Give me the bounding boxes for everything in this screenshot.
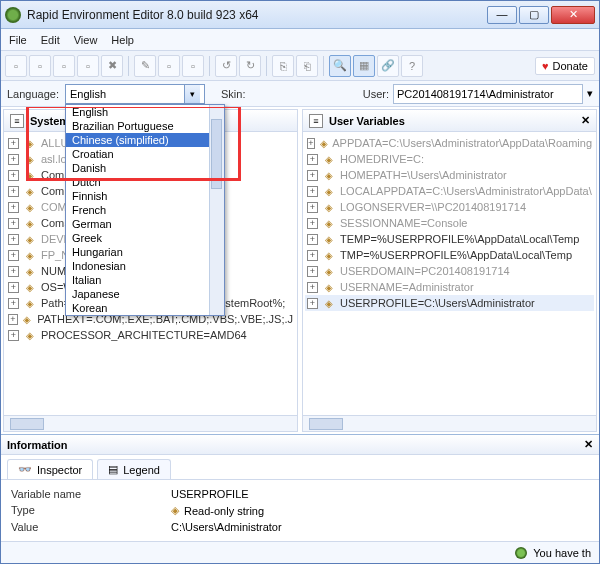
expand-icon[interactable]: +	[8, 186, 19, 197]
expand-icon[interactable]: +	[8, 218, 19, 229]
expand-icon[interactable]: +	[8, 314, 18, 325]
language-option[interactable]: Korean	[66, 301, 224, 315]
tb-10[interactable]: ↻	[239, 55, 261, 77]
user-field[interactable]	[393, 84, 583, 104]
language-option[interactable]: Indonesian	[66, 259, 224, 273]
expand-icon[interactable]: +	[8, 266, 19, 277]
expand-icon[interactable]: +	[307, 138, 315, 149]
tree-node[interactable]: +◈APPDATA=C:\Users\Administrator\AppData…	[305, 135, 594, 151]
expand-icon[interactable]: +	[307, 282, 318, 293]
glasses-icon: 👓	[18, 463, 32, 476]
language-option[interactable]: Hungarian	[66, 245, 224, 259]
language-option[interactable]: Finnish	[66, 189, 224, 203]
language-option[interactable]: German	[66, 217, 224, 231]
expand-icon[interactable]: +	[307, 234, 318, 245]
tb-13[interactable]: 🔍	[329, 55, 351, 77]
tb-9[interactable]: ↺	[215, 55, 237, 77]
user-label: User:	[363, 88, 389, 100]
expand-icon[interactable]: +	[307, 170, 318, 181]
node-text: USERPROFILE=C:\Users\Administrator	[340, 297, 535, 309]
expand-icon[interactable]: +	[8, 138, 19, 149]
expand-icon[interactable]: +	[8, 298, 19, 309]
minimize-button[interactable]: —	[487, 6, 517, 24]
expand-icon[interactable]: +	[307, 250, 318, 261]
language-option[interactable]: Chinese (simplified)	[66, 133, 224, 147]
tree-node[interactable]: +◈PROCESSOR_ARCHITECTURE=AMD64	[6, 327, 295, 343]
tree-node[interactable]: +◈TEMP=%USERPROFILE%\AppData\Local\Temp	[305, 231, 594, 247]
language-option[interactable]: Greek	[66, 231, 224, 245]
maximize-button[interactable]: ▢	[519, 6, 549, 24]
expand-icon[interactable]: +	[8, 330, 19, 341]
tb-6[interactable]: ✎	[134, 55, 156, 77]
menu-file[interactable]: File	[9, 34, 27, 46]
tb-7[interactable]: ▫	[158, 55, 180, 77]
tree-node[interactable]: +◈SESSIONNAME=Console	[305, 215, 594, 231]
tb-2[interactable]: ▫	[29, 55, 51, 77]
language-option[interactable]: Italian	[66, 273, 224, 287]
tb-4[interactable]: ▫	[77, 55, 99, 77]
menu-help[interactable]: Help	[111, 34, 134, 46]
tree-node[interactable]: +◈USERDOMAIN=PC201408191714	[305, 263, 594, 279]
close-button[interactable]: ✕	[551, 6, 595, 24]
tb-11[interactable]: ⎘	[272, 55, 294, 77]
skin-label: Skin:	[221, 88, 245, 100]
tree-node[interactable]: +◈HOMEDRIVE=C:	[305, 151, 594, 167]
tag-icon: ◈	[23, 168, 37, 182]
expand-icon[interactable]: +	[307, 218, 318, 229]
donate-button[interactable]: ♥ Donate	[535, 57, 595, 75]
language-option[interactable]: Japanese	[66, 287, 224, 301]
language-option[interactable]: French	[66, 203, 224, 217]
tree-node[interactable]: +◈HOMEPATH=\Users\Administrator	[305, 167, 594, 183]
tree-node[interactable]: +◈TMP=%USERPROFILE%\AppData\Local\Temp	[305, 247, 594, 263]
tag-icon: ◈	[322, 280, 336, 294]
language-option[interactable]: Brazilian Portuguese	[66, 119, 224, 133]
h-scrollbar[interactable]	[303, 415, 596, 431]
close-icon[interactable]: ✕	[581, 114, 590, 127]
tree-node[interactable]: +◈USERPROFILE=C:\Users\Administrator	[305, 295, 594, 311]
tag-icon: ◈	[322, 200, 336, 214]
tb-1[interactable]: ▫	[5, 55, 27, 77]
expand-icon[interactable]: +	[307, 186, 318, 197]
titlebar[interactable]: Rapid Environment Editor 8.0 build 923 x…	[1, 1, 599, 29]
expand-icon[interactable]: +	[8, 154, 19, 165]
language-dropdown[interactable]: EnglishBrazilian PortugueseChinese (simp…	[65, 104, 225, 316]
tb-15[interactable]: 🔗	[377, 55, 399, 77]
language-combo[interactable]: English ▾ EnglishBrazilian PortugueseChi…	[65, 84, 205, 104]
h-scrollbar[interactable]	[4, 415, 297, 431]
expand-icon[interactable]: +	[307, 266, 318, 277]
tag-icon: ◈	[23, 152, 37, 166]
close-icon[interactable]: ✕	[584, 438, 593, 451]
dropdown-scrollbar[interactable]	[209, 105, 224, 315]
chevron-down-icon[interactable]: ▾	[587, 87, 593, 100]
expand-icon[interactable]: +	[8, 250, 19, 261]
tb-3[interactable]: ▫	[53, 55, 75, 77]
menu-edit[interactable]: Edit	[41, 34, 60, 46]
tb-14[interactable]: ▦	[353, 55, 375, 77]
tag-icon: ◈	[23, 232, 37, 246]
language-option[interactable]: Croatian	[66, 147, 224, 161]
tree-node[interactable]: +◈LOGONSERVER=\\PC201408191714	[305, 199, 594, 215]
expand-icon[interactable]: +	[307, 202, 318, 213]
tb-5[interactable]: ✖	[101, 55, 123, 77]
menu-view[interactable]: View	[74, 34, 98, 46]
user-tree[interactable]: +◈APPDATA=C:\Users\Administrator\AppData…	[303, 132, 596, 415]
tab-legend[interactable]: ▤ Legend	[97, 459, 171, 479]
expand-icon[interactable]: +	[307, 154, 318, 165]
language-option[interactable]: Danish	[66, 161, 224, 175]
tag-icon: ◈	[23, 184, 37, 198]
expand-icon[interactable]: +	[8, 202, 19, 213]
tb-help[interactable]: ?	[401, 55, 423, 77]
tb-12[interactable]: ⎗	[296, 55, 318, 77]
tree-node[interactable]: +◈LOCALAPPDATA=C:\Users\Administrator\Ap…	[305, 183, 594, 199]
expand-icon[interactable]: +	[8, 234, 19, 245]
language-option[interactable]: Dutch	[66, 175, 224, 189]
expand-icon[interactable]: +	[8, 170, 19, 181]
tree-node[interactable]: +◈USERNAME=Administrator	[305, 279, 594, 295]
tb-8[interactable]: ▫	[182, 55, 204, 77]
expand-icon[interactable]: +	[8, 282, 19, 293]
language-option[interactable]: English	[66, 105, 224, 119]
expand-icon[interactable]: +	[307, 298, 318, 309]
status-icon	[515, 547, 527, 559]
chevron-down-icon[interactable]: ▾	[184, 85, 200, 103]
tab-inspector[interactable]: 👓 Inspector	[7, 459, 93, 479]
